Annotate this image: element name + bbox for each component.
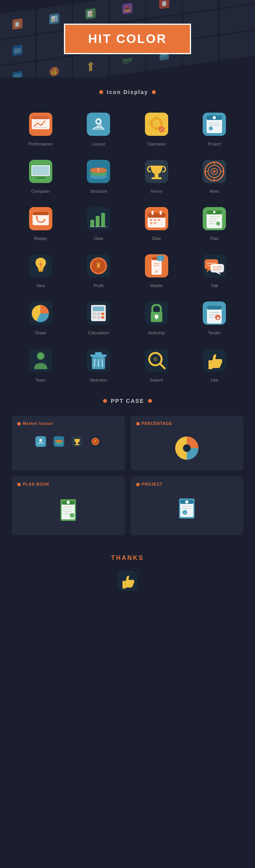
header-title-box: HIT COLOR [64,24,191,54]
svg-text:¥: ¥ [96,262,100,269]
header: 📋 📊 📝 📥 📋 🔍 💰 [0,0,255,77]
svg-rect-87 [154,219,156,221]
calculation-icon [85,300,112,327]
icon-cell-structure: T Structure [70,150,128,197]
icon-cell-aims: Aims [186,150,244,197]
ppt-honor-icon-small [71,435,83,448]
icon-cell-calculation: Calculation [70,292,128,339]
thanks-title: THANKS [0,555,255,562]
idea-icon [27,252,54,279]
svg-point-169 [55,440,63,442]
svg-rect-139 [156,317,157,319]
svg-rect-19 [123,60,132,62]
svg-point-94 [213,211,215,213]
icon-cell-date: Date [128,197,186,245]
svg-rect-76 [90,220,94,227]
aims-icon [201,158,228,185]
icon-cell-project: ✓ Project [186,103,244,150]
data-icon [85,205,112,232]
svg-point-30 [97,120,100,123]
svg-rect-34 [156,116,157,119]
svg-rect-18 [123,58,132,60]
svg-text:¥: ¥ [95,440,96,443]
honor-icon [143,158,170,185]
computer-label: Computer [31,189,50,193]
svg-point-115 [155,271,158,273]
svg-rect-133 [93,316,96,318]
svg-rect-13 [14,48,21,54]
ppt-market-icons: ¥ [17,431,119,452]
dot-left [99,90,103,94]
svg-rect-60 [155,174,159,177]
ppt-card-project-title: PROJECT [136,482,238,486]
date-label: Date [152,236,161,241]
team-icon [27,347,54,374]
ppt-layout-icon-small [34,435,47,448]
team-label: Team [35,378,46,382]
icon-cell-team: Team [12,339,70,386]
svg-rect-134 [97,316,100,318]
talk-icon [201,252,228,279]
ppt-structure-icon-small [53,435,65,448]
ppt-section: Market layout [0,412,255,539]
talk-label: Talk [210,283,218,288]
mobile-icon: ! [143,252,170,279]
ppt-dot-right [148,399,152,403]
aims-label: Aims [210,189,219,193]
profit-icon: ¥ [85,252,112,279]
dot-right [152,90,156,94]
search-icon [143,347,170,374]
svg-point-66 [213,170,215,173]
percentage-pie-icon [173,435,200,462]
icon-cell-performance: Performance [12,103,70,150]
header-tile: 📥 [110,0,145,23]
svg-rect-130 [93,313,96,315]
svg-rect-77 [96,216,100,227]
ppt-profit-icon-small: ¥ [89,435,102,448]
svg-text:✓: ✓ [210,128,212,130]
thanks-thumbs-up-icon [116,569,139,592]
share-icon [27,300,54,327]
svg-rect-78 [101,213,105,227]
svg-rect-73 [33,212,49,215]
plan-label: Plan [210,236,219,241]
svg-point-182 [67,501,70,504]
operation-icon: ✓ [143,111,170,138]
ppt-card-percentage: PERCENTAGE [131,416,244,471]
thanks-section: THANKS [0,539,255,606]
plan-icon: ✓ [201,205,228,232]
ppt-plan-visual: ✓ [17,492,119,529]
header-tile [0,36,35,65]
layout-icon [85,111,112,138]
ppt-grid: Market layout [12,416,243,535]
svg-text:⏰: ⏰ [216,315,221,320]
svg-rect-102 [38,269,43,270]
abandon-icon [85,347,112,374]
project-icon: ✓ [201,111,228,138]
project-card-icon: ✓ [173,495,200,526]
header-tile: 💰 [37,56,72,77]
svg-rect-135 [101,316,104,318]
mobile-label: Mobile [150,283,163,288]
authority-icon [143,300,170,327]
icon-grid: Performance Layout ✓ Operation [0,103,255,386]
tender-label: Tender [208,330,221,335]
tender-icon: ⏰ [201,300,228,327]
svg-text:!: ! [160,257,161,260]
structure-icon: T [85,158,112,185]
icon-cell-plan: ✓ Plan [186,197,244,245]
replay-label: Replay [34,236,47,241]
layout-label: Layout [92,142,105,146]
svg-rect-114 [154,265,159,266]
profit-label: Profit [93,283,103,288]
replay-icon [27,205,54,232]
svg-rect-157 [95,352,102,355]
svg-rect-36 [148,123,152,124]
header-tile [220,5,255,34]
svg-rect-53 [38,176,43,178]
svg-point-178 [183,444,191,452]
icon-cell-profit: ¥ Profit [70,245,128,292]
authority-label: Authority [148,330,165,335]
ppt-card-plan-book-title: PLAN BOOK [17,482,119,486]
icon-cell-abandon: Abandon [70,339,128,386]
